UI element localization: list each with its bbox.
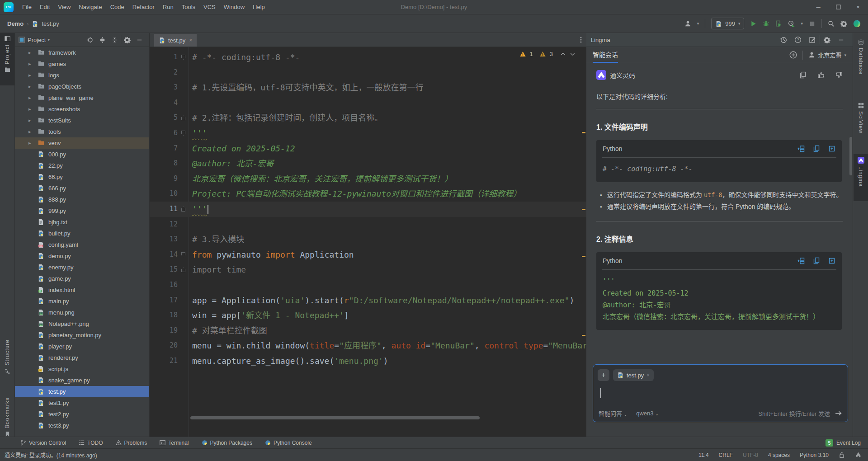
help-icon[interactable]: ?: [794, 36, 802, 43]
add-context-button[interactable]: +: [598, 369, 609, 381]
tree-item-menu.png[interactable]: menu.png: [15, 307, 149, 318]
profiler-button[interactable]: [788, 20, 795, 27]
search-everywhere-icon[interactable]: [828, 20, 835, 27]
maximize-icon[interactable]: [828, 0, 848, 14]
tree-item-test2.py[interactable]: test2.py: [15, 409, 149, 420]
chat-input-box[interactable]: + test.py × 智能问答 ⌄ qwen3 ⌄ Shift+Enter 换…: [593, 364, 848, 422]
collaborate-user-icon[interactable]: [684, 20, 691, 27]
tree-item-screenshots[interactable]: ▸screenshots: [15, 103, 149, 115]
tree-item-888.py[interactable]: 888.py: [15, 194, 149, 205]
lingma-status-icon[interactable]: [855, 452, 862, 458]
stripe-tab-structure[interactable]: Structure: [0, 337, 14, 386]
tree-item-bullet.py[interactable]: bullet.py: [15, 228, 149, 239]
menu-help[interactable]: Help: [249, 0, 269, 14]
insert-code-icon[interactable]: [797, 257, 805, 264]
tree-item-demo.py[interactable]: demo.py: [15, 250, 149, 262]
chevron-right-icon[interactable]: ▸: [28, 50, 33, 56]
new-file-code-icon[interactable]: [828, 145, 835, 152]
tree-item-666.py[interactable]: 666.py: [15, 183, 149, 194]
tree-item-game.py[interactable]: game.py: [15, 273, 149, 284]
editor-tab-testpy[interactable]: test.py ×: [154, 34, 197, 47]
tab-smart-chat[interactable]: 智能会话: [593, 47, 618, 63]
tree-item-tools[interactable]: ▸tools: [15, 126, 149, 137]
tree-item-renderer.py[interactable]: renderer.py: [15, 352, 149, 363]
tree-item-Notepad++.png[interactable]: Notepad++.png: [15, 318, 149, 329]
account-menu[interactable]: 北京宏哥 ▾: [808, 51, 846, 59]
attached-file-chip[interactable]: test.py ×: [613, 369, 654, 381]
toolwindow-button-todo[interactable]: TODO: [79, 440, 103, 446]
settings-gear-icon[interactable]: [824, 37, 830, 43]
toolwindow-button-problems[interactable]: Problems: [116, 440, 147, 446]
menu-window[interactable]: Window: [220, 0, 249, 14]
menu-view[interactable]: View: [54, 0, 75, 14]
tree-item-config.yaml[interactable]: YMLconfig.yaml: [15, 239, 149, 250]
tree-item-main.py[interactable]: main.py: [15, 296, 149, 307]
menu-tools[interactable]: Tools: [178, 0, 199, 14]
chat-scrollbar[interactable]: [849, 137, 852, 175]
toolwindow-button-version-control[interactable]: Version Control: [20, 440, 66, 446]
menu-vcs[interactable]: VCS: [199, 0, 220, 14]
thumbs-up-icon[interactable]: [817, 71, 825, 79]
stripe-tab-sciview[interactable]: SciView: [854, 100, 868, 147]
mode-select[interactable]: 智能问答 ⌄: [599, 409, 627, 418]
tree-item-logs[interactable]: ▸logs: [15, 70, 149, 81]
menu-file[interactable]: File: [18, 0, 36, 14]
run-button[interactable]: [750, 20, 757, 27]
horizontal-scrollbar[interactable]: [190, 416, 480, 419]
menu-refactor[interactable]: Refactor: [128, 0, 159, 14]
event-log-button[interactable]: 5 Event Log: [826, 439, 861, 447]
chevron-right-icon[interactable]: ▸: [28, 129, 33, 135]
stripe-tab-project[interactable]: Project: [0, 33, 14, 85]
status-file-encoding[interactable]: UTF-8: [743, 452, 758, 458]
breadcrumb-project[interactable]: Demo: [7, 20, 24, 27]
toolwindow-button-python-packages[interactable]: Python Packages: [202, 440, 252, 446]
prev-problem-icon[interactable]: [560, 51, 566, 57]
tree-item-test1.py[interactable]: test1.py: [15, 397, 149, 409]
copy-code-icon[interactable]: [813, 145, 820, 152]
chevron-right-icon[interactable]: ▸: [28, 118, 33, 123]
copy-code-icon[interactable]: [813, 257, 820, 264]
chevron-right-icon[interactable]: ▸: [28, 84, 33, 89]
menu-navigate[interactable]: Navigate: [75, 0, 106, 14]
warning-stripe-mark[interactable]: [582, 256, 585, 257]
tree-item-bjhg.txt[interactable]: bjhg.txt: [15, 216, 149, 228]
chevron-right-icon[interactable]: ▸: [28, 140, 33, 146]
toolwindow-button-terminal[interactable]: Terminal: [160, 440, 189, 446]
new-chat-icon[interactable]: [809, 36, 816, 43]
menu-code[interactable]: Code: [106, 0, 128, 14]
fold-marker-icon[interactable]: [181, 267, 185, 272]
new-session-plus-icon[interactable]: [789, 51, 797, 59]
stripe-tab-lingma[interactable]: Lingma: [854, 154, 868, 201]
tree-item-000.py[interactable]: 000.py: [15, 149, 149, 160]
tree-item-index.html[interactable]: Hindex.html: [15, 284, 149, 296]
history-icon[interactable]: [780, 36, 787, 43]
stop-button[interactable]: [809, 20, 816, 27]
model-select[interactable]: qwen3 ⌄: [636, 410, 658, 417]
thumbs-down-icon[interactable]: [835, 71, 843, 79]
inspection-widget[interactable]: 13: [519, 51, 576, 57]
status-line-separator[interactable]: CRLF: [719, 452, 733, 458]
warning-stripe-mark[interactable]: [582, 132, 585, 133]
breadcrumb-file[interactable]: test.py: [42, 20, 59, 27]
tree-item-framework[interactable]: ▸framework: [15, 47, 149, 58]
tree-item-snake_game.py[interactable]: snake_game.py: [15, 375, 149, 386]
warning-stripe-mark[interactable]: [582, 209, 585, 210]
readonly-lock-icon[interactable]: [839, 452, 845, 458]
editor-options-kebab-icon[interactable]: [580, 36, 582, 43]
fold-marker-icon[interactable]: [181, 131, 185, 136]
fold-marker-icon[interactable]: [181, 115, 185, 120]
hide-panel-icon[interactable]: [838, 37, 844, 43]
warning-stripe-mark[interactable]: [582, 335, 585, 336]
close-icon[interactable]: ×: [848, 0, 868, 14]
chevron-right-icon[interactable]: ▸: [28, 61, 33, 67]
tree-item-test3.py[interactable]: test3.py: [15, 420, 149, 431]
project-view-selector[interactable]: Project: [28, 37, 46, 43]
close-tab-icon[interactable]: ×: [189, 37, 192, 43]
lingma-sphere-icon[interactable]: [853, 20, 861, 28]
insert-code-icon[interactable]: [797, 145, 805, 152]
tree-item-66.py[interactable]: 66.py: [15, 171, 149, 183]
code-editor[interactable]: 1# -*- coding:utf-8 -*-23# 1.先设置编码，utf-8…: [150, 47, 586, 437]
menu-run[interactable]: Run: [159, 0, 178, 14]
tree-item-venv[interactable]: ▸venv: [15, 137, 149, 149]
breadcrumb[interactable]: Demo › test.py: [7, 20, 59, 27]
